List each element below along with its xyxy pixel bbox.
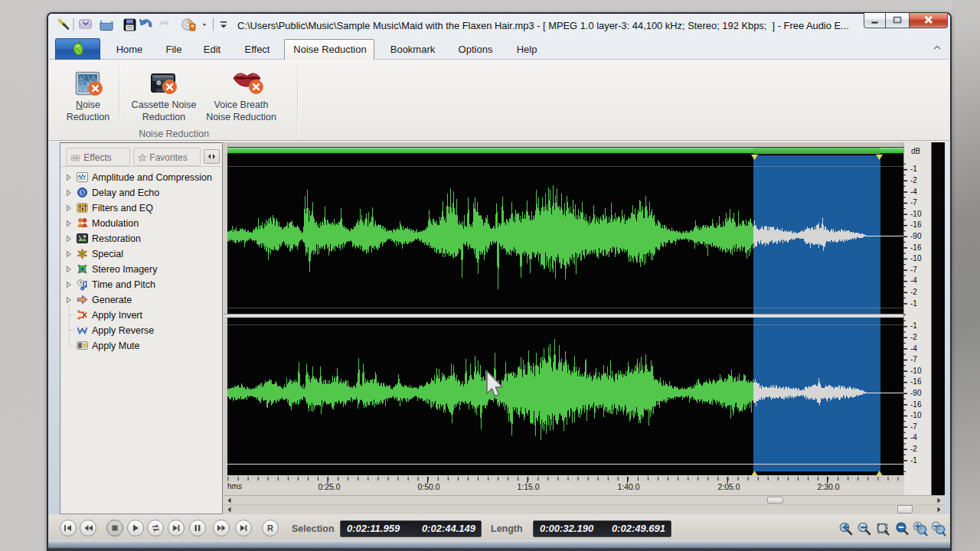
svg-text:-7: -7 [910, 355, 917, 364]
svg-text:-16: -16 [910, 220, 922, 229]
svg-text:-1: -1 [910, 299, 917, 308]
svg-text:-1: -1 [910, 165, 917, 173]
svg-text:-10: -10 [910, 411, 922, 419]
svg-text:-10: -10 [910, 210, 922, 218]
svg-text:-2: -2 [910, 288, 917, 296]
svg-text:-4: -4 [910, 187, 917, 196]
svg-text:-1: -1 [910, 321, 917, 330]
svg-text:-2: -2 [910, 445, 917, 453]
svg-text:-90: -90 [910, 232, 922, 240]
svg-text:-2: -2 [910, 333, 917, 341]
svg-text:-2: -2 [910, 176, 917, 184]
svg-text:-16: -16 [910, 243, 922, 252]
svg-text:-4: -4 [910, 276, 917, 285]
svg-text:-1: -1 [910, 456, 917, 465]
svg-text:-90: -90 [910, 389, 922, 397]
svg-text:R: R [267, 523, 273, 533]
svg-text:-7: -7 [910, 198, 917, 207]
svg-text:-4: -4 [910, 433, 917, 442]
svg-text:-4: -4 [910, 344, 917, 353]
svg-text:-10: -10 [910, 254, 922, 262]
svg-text:-16: -16 [910, 377, 922, 386]
svg-text:-16: -16 [910, 400, 922, 409]
svg-text:-7: -7 [910, 266, 917, 274]
svg-text:-10: -10 [910, 367, 922, 375]
svg-text:-7: -7 [910, 422, 917, 431]
